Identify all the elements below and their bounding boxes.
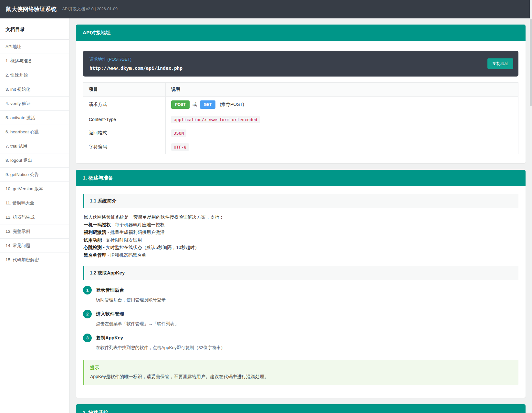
card-section-quickstart: 2. 快速开始 (76, 404, 526, 413)
step-item: 3 复制AppKey 在软件列表中找到您的软件，点击AppKey即可复制（32位… (83, 333, 518, 351)
sidebar-item-quickstart[interactable]: 2. 快速开始 (0, 68, 69, 82)
app-title: 鼠大侠网络验证系统 (6, 5, 57, 13)
table-header-row: 项目 说明 (83, 83, 518, 97)
sidebar-item-errorcodes[interactable]: 11. 错误码大全 (0, 196, 69, 210)
row-content-type-name: Content-Type (83, 113, 166, 126)
api-url-value: http://www.dkym.com/api/index.php (89, 66, 512, 71)
sidebar-item-logout[interactable]: 8. logout 退出 (0, 153, 69, 168)
card-api-address: API对接地址 请求地址 (POST/GET) http://www.dkym.… (76, 25, 526, 163)
content-type-code: application/x-www-form-urlencoded (171, 116, 260, 123)
api-url-codeblock: 请求地址 (POST/GET) http://www.dkym.com/api/… (83, 51, 518, 77)
format-code: JSON (171, 129, 186, 137)
card-api-address-body: 请求地址 (POST/GET) http://www.dkym.com/api/… (76, 41, 526, 163)
table-header-desc: 说明 (166, 83, 518, 97)
card-section-overview: 1. 概述与准备 1.1 系统简介 鼠大侠网络验证系统是一套简单易用的软件授权验… (76, 170, 526, 398)
step-item: 1 登录管理后台 访问管理后台，使用管理员账号登录 (83, 285, 518, 303)
tip-box: 提示 AppKey是软件的唯一标识，请妥善保管，不要泄露给用户。建议在代码中进行… (83, 360, 518, 385)
subsection-1-1-title: 1.1 系统简介 (83, 194, 518, 208)
page-layout: 文档目录 API地址 1. 概述与准备 2. 快速开始 3. init 初始化 … (0, 18, 532, 413)
subsection-1-2-title: 1.2 获取AppKey (83, 266, 518, 280)
copy-address-button[interactable]: 复制地址 (487, 58, 513, 69)
sidebar-item-faq[interactable]: 14. 常见问题 (0, 239, 69, 253)
charset-code: UTF-8 (171, 143, 189, 151)
section2-title: 2. 快速开始 (76, 404, 526, 413)
tip-text: AppKey是软件的唯一标识，请妥善保管，不要泄露给用户。建议在代码中进行混淆处… (90, 374, 513, 380)
feature-item: 一机一码授权 - 每个机器码对应唯一授权 (84, 221, 518, 229)
table-row-charset: 字符编码 UTF-8 (83, 140, 518, 154)
scrollbar-track[interactable] (530, 0, 532, 413)
api-url-label: 请求地址 (POST/GET) (89, 57, 512, 62)
sidebar-item-trial[interactable]: 7. trial 试用 (0, 139, 69, 153)
sidebar-item-activate[interactable]: 5. activate 激活 (0, 111, 69, 125)
step-number-badge: 2 (83, 310, 92, 318)
table-header-item: 项目 (83, 83, 166, 97)
main-content: API对接地址 请求地址 (POST/GET) http://www.dkym.… (69, 18, 532, 413)
step-description: 在软件列表中找到您的软件，点击AppKey即可复制（32位字符串） (96, 345, 225, 351)
sidebar-item-examples[interactable]: 13. 完整示例 (0, 224, 69, 239)
sidebar-item-encryption[interactable]: 15. 代码加密解密 (0, 253, 69, 267)
table-row-method: 请求方式 POST或GET(推荐POST) (83, 97, 518, 113)
row-format-value: JSON (166, 126, 518, 140)
intro-line: 鼠大侠网络验证系统是一套简单易用的软件授权验证解决方案，支持： (84, 213, 518, 221)
app-subtitle: API开发文档 v2.0 | 2026-01-09 (62, 6, 118, 12)
feature-item: 黑名单管理 - IP和机器码黑名单 (84, 252, 518, 259)
section1-body: 1.1 系统简介 鼠大侠网络验证系统是一套简单易用的软件授权验证解决方案，支持：… (76, 186, 526, 398)
table-row-content-type: Content-Type application/x-www-form-urle… (83, 113, 518, 126)
sidebar-item-overview[interactable]: 1. 概述与准备 (0, 54, 69, 68)
tip-title: 提示 (90, 365, 513, 371)
system-intro-paragraph: 鼠大侠网络验证系统是一套简单易用的软件授权验证解决方案，支持： 一机一码授权 -… (84, 213, 518, 259)
step-number-badge: 3 (83, 334, 92, 342)
sidebar-item-getversion[interactable]: 10. getVersion 版本 (0, 182, 69, 196)
feature-item: 福利码激活 - 批量生成福利码供用户激活 (84, 229, 518, 236)
row-charset-name: 字符编码 (83, 140, 166, 154)
scrollbar-thumb[interactable] (530, 19, 532, 106)
sidebar-item-init[interactable]: 3. init 初始化 (0, 82, 69, 97)
step-item: 2 进入软件管理 点击左侧菜单「软件管理」→「软件列表」 (83, 309, 518, 327)
feature-item: 心跳检测 - 实时监控在线状态（默认5秒间隔，10秒超时） (84, 244, 518, 252)
section1-title: 1. 概述与准备 (76, 170, 526, 186)
step-title: 复制AppKey (96, 333, 225, 341)
step-description: 点击左侧菜单「软件管理」→「软件列表」 (96, 321, 179, 327)
get-badge: GET (200, 100, 216, 109)
top-header-bar: 鼠大侠网络验证系统 API开发文档 v2.0 | 2026-01-09 (0, 0, 532, 18)
sidebar-item-getnotice[interactable]: 9. getNotice 公告 (0, 168, 69, 182)
step-number-badge: 1 (83, 286, 92, 294)
feature-item: 试用功能 - 支持限时限次试用 (84, 236, 518, 244)
step-title: 登录管理后台 (96, 285, 166, 293)
row-method-name: 请求方式 (83, 97, 166, 113)
sidebar-item-machinecode[interactable]: 12. 机器码生成 (0, 210, 69, 224)
sidebar-item-api[interactable]: API地址 (0, 40, 69, 54)
row-content-type-value: application/x-www-form-urlencoded (166, 113, 518, 126)
step-title: 进入软件管理 (96, 309, 179, 317)
sidebar-title: 文档目录 (0, 18, 69, 40)
post-badge: POST (171, 100, 190, 109)
sidebar-toc: 文档目录 API地址 1. 概述与准备 2. 快速开始 3. init 初始化 … (0, 18, 69, 413)
row-charset-value: UTF-8 (166, 140, 518, 154)
sidebar-item-verify[interactable]: 4. verify 验证 (0, 97, 69, 111)
or-text: 或 (193, 102, 197, 107)
method-note: (推荐POST) (220, 102, 244, 107)
table-row-format: 返回格式 JSON (83, 126, 518, 140)
step-description: 访问管理后台，使用管理员账号登录 (96, 297, 166, 303)
api-info-table: 项目 说明 请求方式 POST或GET(推荐POST) Content-Ty (83, 82, 518, 154)
card-api-address-title: API对接地址 (76, 25, 526, 41)
row-format-name: 返回格式 (83, 126, 166, 140)
sidebar-item-heartbeat[interactable]: 6. heartbeat 心跳 (0, 125, 69, 139)
row-method-value: POST或GET(推荐POST) (166, 97, 518, 113)
